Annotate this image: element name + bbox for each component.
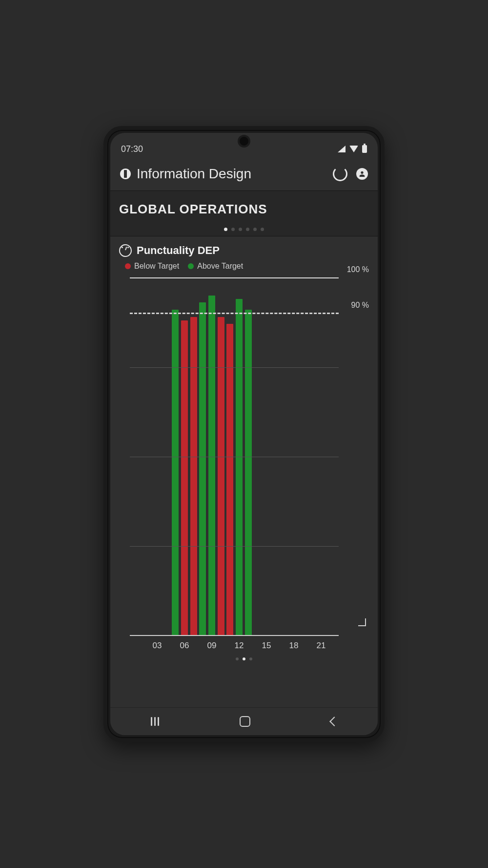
section-page-dots[interactable] — [119, 228, 369, 231]
section-dot[interactable] — [231, 228, 235, 231]
back-button[interactable] — [329, 717, 339, 726]
wifi-icon — [349, 146, 358, 152]
phone-frame: 07:30 Information Design — [103, 126, 385, 742]
bar-above[interactable] — [208, 296, 215, 635]
bar-pair[interactable] — [226, 324, 233, 635]
y-tick-label: 100 % — [347, 265, 369, 274]
signal-icon — [338, 146, 346, 152]
chart[interactable]: 100 %90 % 03060912151821 — [115, 275, 373, 656]
x-ticks: 03060912151821 — [130, 641, 339, 653]
legend-above-label: Above Target — [197, 262, 243, 271]
status-right — [338, 145, 367, 153]
card-title: Punctuality DEP — [137, 244, 220, 257]
clock: 07:30 — [121, 144, 143, 154]
bar-pair[interactable] — [236, 299, 243, 635]
card-dot[interactable] — [243, 657, 245, 660]
y-tick-label: 90 % — [351, 301, 369, 310]
section-dot[interactable] — [224, 228, 227, 231]
brand-logo-icon[interactable] — [120, 169, 131, 179]
user-icon — [358, 170, 366, 178]
bar-pair[interactable] — [218, 317, 224, 635]
bar-pair[interactable] — [172, 310, 179, 635]
section-dot[interactable] — [261, 228, 264, 231]
bar-above[interactable] — [199, 302, 206, 635]
legend-below-icon — [125, 263, 131, 269]
fullscreen-icon[interactable] — [358, 618, 366, 626]
bar-below[interactable] — [226, 324, 233, 635]
legend-above-icon — [188, 263, 194, 269]
section-dot[interactable] — [239, 228, 242, 231]
app-bar: Information Design — [110, 161, 378, 191]
legend-above: Above Target — [188, 262, 243, 271]
bar-below[interactable] — [190, 317, 197, 635]
chart-legend: Below Target Above Target — [110, 259, 378, 275]
x-tick-label: 12 — [235, 641, 244, 651]
x-tick-label: 09 — [207, 641, 217, 651]
x-tick-label: 18 — [289, 641, 299, 651]
x-tick-label: 06 — [180, 641, 189, 651]
card-page-dots[interactable] — [110, 657, 378, 660]
profile-button[interactable] — [356, 168, 368, 180]
bar-above[interactable] — [172, 310, 179, 635]
card-dot[interactable] — [249, 657, 252, 660]
bar-pair[interactable] — [245, 310, 252, 635]
front-camera — [240, 137, 248, 146]
section-header[interactable]: GLOBAL OPERATIONS — [110, 191, 378, 236]
section-dot[interactable] — [246, 228, 249, 231]
bar-above[interactable] — [236, 299, 243, 635]
section-dot[interactable] — [253, 228, 257, 231]
legend-below: Below Target — [125, 262, 179, 271]
home-button[interactable] — [240, 716, 250, 727]
battery-icon — [362, 145, 367, 153]
card-header: Punctuality DEP — [110, 236, 378, 259]
screen: 07:30 Information Design — [110, 133, 378, 735]
x-tick-label: 21 — [317, 641, 326, 651]
card-dot[interactable] — [236, 657, 239, 660]
legend-below-label: Below Target — [134, 262, 179, 271]
android-nav-bar — [110, 707, 378, 735]
recents-button[interactable] — [151, 717, 159, 726]
bar-below[interactable] — [218, 317, 224, 635]
loading-spinner-icon — [333, 167, 347, 181]
app-title: Information Design — [137, 166, 251, 182]
gauge-icon — [119, 244, 132, 257]
bar-pair[interactable] — [199, 302, 206, 635]
bar-pair[interactable] — [208, 296, 215, 635]
x-axis — [130, 635, 339, 636]
plot-area[interactable]: 100 %90 % — [130, 278, 339, 636]
x-tick-label: 03 — [153, 641, 162, 651]
section-title: GLOBAL OPERATIONS — [119, 202, 369, 217]
bar-above[interactable] — [245, 310, 252, 635]
bar-pair[interactable] — [190, 317, 197, 635]
x-tick-label: 15 — [262, 641, 271, 651]
